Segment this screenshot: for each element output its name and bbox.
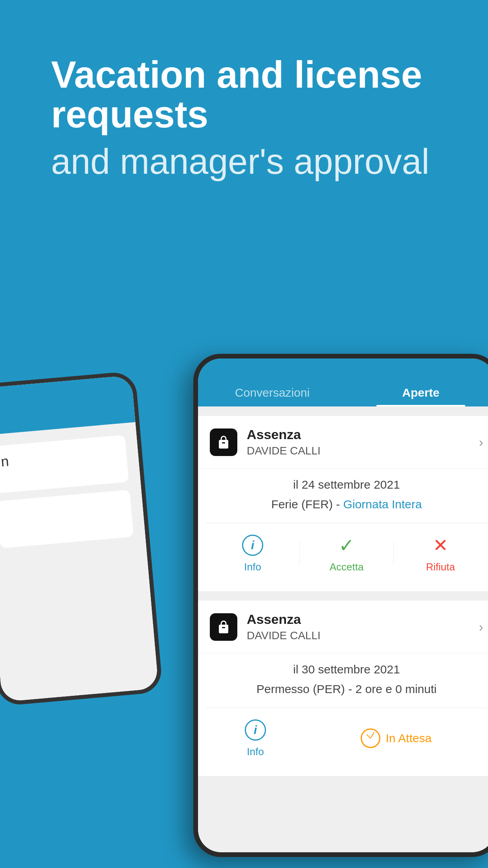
check-icon-1: ✓ xyxy=(336,535,357,556)
phone-left: n xyxy=(0,371,163,706)
info-icon-1: i xyxy=(242,535,263,556)
card-1-accept-label: Accetta xyxy=(330,561,364,573)
cards-area: Assenza DAVIDE CALLI › il 24 settembre 2… xyxy=(198,406,488,852)
card-1-actions: i Info ✓ Accetta xyxy=(198,523,488,591)
phone-right-screen: Conversazioni Aperte xyxy=(198,359,488,852)
card-1-header: Assenza DAVIDE CALLI › xyxy=(198,416,488,469)
card-2-name: DAVIDE CALLI xyxy=(247,629,479,642)
card-2-person: Assenza DAVIDE CALLI xyxy=(247,612,479,642)
card-1-info-button[interactable]: i Info xyxy=(206,527,299,579)
card-1-title: Assenza xyxy=(247,427,479,442)
svg-rect-2 xyxy=(219,625,228,633)
card-2-info-label: Info xyxy=(247,746,264,758)
tab-conversazioni[interactable]: Conversazioni xyxy=(198,378,347,406)
card-1-arrow: › xyxy=(479,434,483,450)
card-2-info-button[interactable]: i Info xyxy=(206,712,305,764)
hero-title: Vacation and license requests xyxy=(51,55,457,134)
card-2-bag-icon xyxy=(210,613,237,641)
card-1-body: il 24 settembre 2021 Ferie (FER) - Giorn… xyxy=(198,469,488,523)
card-1-accept-button[interactable]: ✓ Accetta xyxy=(300,527,393,579)
card-1-person: Assenza DAVIDE CALLI xyxy=(247,427,479,457)
hero-section: Vacation and license requests and manage… xyxy=(51,55,457,181)
in-attesa-label: In Attesa xyxy=(386,732,432,745)
info-icon-2: i xyxy=(245,719,266,741)
card-1-type: Ferie (FER) - Giornata Intera xyxy=(210,498,483,511)
card-2-date: il 30 settembre 2021 xyxy=(210,663,483,676)
card-1-name: DAVIDE CALLI xyxy=(247,445,479,457)
phone-left-screen: n xyxy=(0,375,159,702)
request-card-1: Assenza DAVIDE CALLI › il 24 settembre 2… xyxy=(198,416,488,591)
card-2-type: Permesso (PER) - 2 ore e 0 minuti xyxy=(210,682,483,696)
in-attesa-container: In Attesa xyxy=(353,722,440,754)
svg-rect-3 xyxy=(222,627,225,628)
card-1-date: il 24 settembre 2021 xyxy=(210,478,483,491)
request-card-2: Assenza DAVIDE CALLI › il 30 settembre 2… xyxy=(198,601,488,776)
phone-left-card-1: n xyxy=(0,435,129,493)
tab-aperte[interactable]: Aperte xyxy=(347,378,488,406)
card-2-body: il 30 settembre 2021 Permesso (PER) - 2 … xyxy=(198,653,488,708)
card-2-title: Assenza xyxy=(247,612,479,627)
card-2-header: Assenza DAVIDE CALLI › xyxy=(198,601,488,653)
hero-subtitle: and manager's approval xyxy=(51,142,457,181)
app-tab-bar: Conversazioni Aperte xyxy=(198,359,488,406)
svg-rect-1 xyxy=(222,442,225,443)
card-1-bag-icon xyxy=(210,428,237,456)
card-1-reject-button[interactable]: ✕ Rifiuta xyxy=(394,527,487,579)
svg-rect-0 xyxy=(219,440,228,449)
phone-right: Conversazioni Aperte xyxy=(193,354,488,857)
card-2-actions: i Info In Attesa xyxy=(198,708,488,776)
x-icon-1: ✕ xyxy=(430,535,451,556)
clock-icon xyxy=(361,728,380,748)
card-2-pending-area: In Attesa xyxy=(305,722,487,754)
card-1-reject-label: Rifiuta xyxy=(426,561,455,573)
card-1-info-label: Info xyxy=(244,561,261,573)
phone-left-card-2 xyxy=(0,490,134,548)
phones-area: n Conversazioni Aperte xyxy=(0,354,488,868)
card-2-arrow: › xyxy=(479,619,483,634)
